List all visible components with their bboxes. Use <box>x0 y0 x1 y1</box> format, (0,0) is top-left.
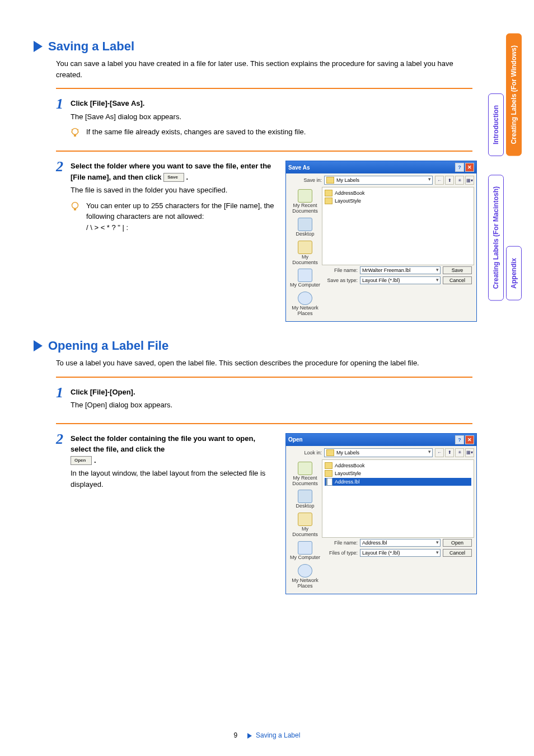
step-number: 2 <box>56 432 71 492</box>
step2-tip-line1: You can enter up to 255 characters for t… <box>86 200 274 222</box>
open-step2-desc: In the layout window, the label layout f… <box>71 468 274 490</box>
heading-saving-a-label: Saving a Label <box>34 39 472 54</box>
step2-tip-line2: / \ > < * ? " | : <box>86 222 274 233</box>
dialog-title: Open <box>288 436 303 443</box>
step2-desc: The file is saved in the folder you have… <box>71 185 274 196</box>
place-mynet[interactable]: My Network Places <box>288 292 322 317</box>
place-mycomp[interactable]: My Computer <box>290 541 320 561</box>
new-folder-icon[interactable]: ✳ <box>455 176 464 185</box>
save-in-label: Save in: <box>288 177 322 183</box>
place-recent[interactable]: My Recent Documents <box>288 189 322 214</box>
folder-icon <box>325 190 332 196</box>
step-number: 1 <box>56 386 71 413</box>
open-button-inline: Open <box>71 456 92 465</box>
section2-intro: To use a label you have saved, open the … <box>56 358 472 369</box>
files-of-type-dropdown[interactable]: Layout File (*.lbl) <box>360 549 441 557</box>
triangle-icon <box>34 340 43 351</box>
open-step2-heading: Select the folder containing the file yo… <box>71 433 274 466</box>
filename-field[interactable]: MrWalter Freeman.lbl <box>360 266 441 274</box>
footer-crumb: Saving a Label <box>256 731 300 739</box>
place-mycomp[interactable]: My Computer <box>290 269 320 288</box>
place-mynet[interactable]: My Network Places <box>288 564 322 589</box>
heading-opening-a-label-file: Opening a Label File <box>34 339 472 353</box>
heading-text: Opening a Label File <box>48 339 168 353</box>
divider <box>56 88 472 89</box>
save-as-type-label: Save as type: <box>324 278 358 283</box>
list-item[interactable]: AddressBook <box>325 462 471 469</box>
open-step1-heading: Click [File]-[Open]. <box>71 387 472 398</box>
look-in-label: Look in: <box>288 450 322 456</box>
list-item[interactable]: LayoutStyle <box>325 470 471 477</box>
step2-heading: Select the folder where you want to save… <box>71 161 274 182</box>
filename-field[interactable]: Address.lbl <box>360 539 441 547</box>
svg-point-0 <box>72 129 78 135</box>
step1-desc: The [Save As] dialog box appears. <box>71 111 472 123</box>
page-number: 9 <box>234 731 238 739</box>
open-step1-desc: The [Open] dialog box appears. <box>71 400 472 411</box>
page-footer: 9 Saving a Label <box>0 731 534 739</box>
help-icon[interactable]: ? <box>455 163 464 172</box>
triangle-icon <box>34 41 43 52</box>
place-mydocs[interactable]: My Documents <box>288 241 322 266</box>
tab-appendix[interactable]: Appendix <box>506 246 522 300</box>
folder-icon <box>326 449 334 456</box>
list-item[interactable]: LayoutStyle <box>325 198 471 204</box>
divider <box>56 423 472 424</box>
file-icon <box>326 478 332 486</box>
step-number: 1 <box>56 97 71 140</box>
look-in-dropdown[interactable]: My Labels <box>324 448 433 457</box>
up-icon[interactable]: ⬆ <box>445 448 454 457</box>
place-desktop[interactable]: Desktop <box>296 490 314 509</box>
close-icon[interactable]: ✕ <box>465 163 474 172</box>
lightbulb-icon <box>71 201 81 233</box>
file-list[interactable]: AddressBook LayoutStyle <box>322 187 474 265</box>
svg-rect-3 <box>74 208 76 210</box>
step1-tip: If the same file already exists, changes… <box>86 126 472 140</box>
lightbulb-icon <box>71 128 81 140</box>
open-dialog: Open ? ✕ Look in: My Labels ← <box>285 433 477 594</box>
divider <box>56 377 472 378</box>
place-recent[interactable]: My Recent Documents <box>288 462 322 487</box>
view-icon[interactable]: ▦▾ <box>465 176 474 185</box>
save-button-inline: Save <box>163 173 184 182</box>
folder-icon <box>326 177 334 184</box>
new-folder-icon[interactable]: ✳ <box>455 448 464 457</box>
view-icon[interactable]: ▦▾ <box>465 448 474 457</box>
back-icon[interactable]: ← <box>435 448 444 457</box>
list-item-selected[interactable]: Address.lbl <box>325 478 471 486</box>
save-as-type-dropdown[interactable]: Layout File (*.lbl) <box>360 276 441 284</box>
filename-label: File name: <box>324 540 358 546</box>
triangle-icon <box>247 733 252 739</box>
files-of-type-label: Files of type: <box>324 550 358 556</box>
back-icon[interactable]: ← <box>435 176 444 185</box>
list-item[interactable]: AddressBook <box>325 190 471 196</box>
folder-icon <box>325 198 332 204</box>
section1-intro: You can save a label you have created in… <box>56 58 472 80</box>
open-button[interactable]: Open <box>443 539 472 547</box>
divider <box>56 151 472 152</box>
tab-introduction[interactable]: Introduction <box>488 93 504 156</box>
file-list[interactable]: AddressBook LayoutStyle Address.lbl <box>322 459 474 538</box>
heading-text: Saving a Label <box>48 39 134 54</box>
filename-label: File name: <box>324 267 358 273</box>
folder-icon <box>325 470 332 477</box>
up-icon[interactable]: ⬆ <box>445 176 454 185</box>
step1-heading: Click [File]-[Save As]. <box>71 98 472 109</box>
help-icon[interactable]: ? <box>455 435 464 444</box>
save-button[interactable]: Save <box>443 266 472 274</box>
folder-icon <box>325 462 332 469</box>
close-icon[interactable]: ✕ <box>465 435 474 444</box>
svg-rect-1 <box>74 134 76 137</box>
svg-point-2 <box>72 202 78 208</box>
step-1: 1 Click [File]-[Save As]. The [Save As] … <box>56 98 472 140</box>
cancel-button[interactable]: Cancel <box>443 276 472 284</box>
tab-windows[interactable]: Creating Labels (For Windows) <box>506 34 522 156</box>
step-1: 1 Click [File]-[Open]. The [Open] dialog… <box>56 387 472 413</box>
cancel-button[interactable]: Cancel <box>443 549 472 557</box>
place-desktop[interactable]: Desktop <box>296 218 314 237</box>
tab-macintosh[interactable]: Creating Labels (For Macintosh) <box>488 175 504 300</box>
dialog-title: Save As <box>288 165 310 171</box>
save-in-dropdown[interactable]: My Labels <box>324 176 433 185</box>
place-mydocs[interactable]: My Documents <box>288 513 322 538</box>
save-as-dialog: Save As ? ✕ Save in: My Labels <box>285 161 477 322</box>
